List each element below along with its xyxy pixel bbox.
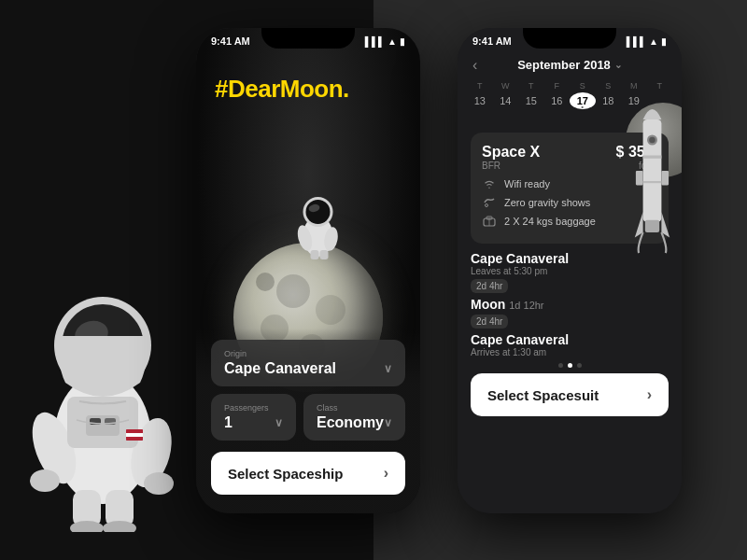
- month-caret: ⌄: [614, 60, 622, 70]
- space-sub: BFR: [482, 161, 540, 171]
- battery-icon: ▮: [400, 36, 405, 47]
- svg-rect-34: [643, 155, 662, 158]
- cal-day-15[interactable]: 15: [518, 92, 544, 109]
- route-cape-canaveral-2: Cape Canaveral Arrives at 1:30 am: [471, 332, 669, 357]
- cal-header-S2: S: [596, 79, 622, 92]
- cal-header-W: W: [493, 79, 519, 92]
- passengers-field[interactable]: Passengers 1 ∨: [211, 394, 296, 441]
- route-sub-1: Leaves at 5:30 pm: [471, 266, 669, 276]
- calendar-headers: T W T F S S M T: [467, 79, 672, 92]
- dots-indicator: [471, 363, 669, 368]
- route-duration-1: 2d 4hr: [471, 279, 508, 293]
- route-name-3: Cape Canaveral: [471, 332, 669, 347]
- route-moon: Moon 1d 12hr 2d 4hr: [471, 297, 669, 329]
- route-section: Cape Canaveral Leaves at 5:30 pm 2d 4hr …: [471, 251, 669, 357]
- battery-icon-r: ▮: [661, 36, 667, 47]
- notch-right: [523, 28, 616, 49]
- space-name-block: Space X BFR: [482, 144, 540, 171]
- svg-point-7: [144, 472, 174, 495]
- signal-icon: ▌▌▌: [365, 36, 385, 47]
- right-header: ‹ September 2018 ⌄: [458, 50, 682, 76]
- select-spacesuit-label: Select Spacesuit: [487, 387, 599, 403]
- spacex-card: Space X BFR $ 35M for 1 Wifi ready: [471, 133, 669, 244]
- origin-label: Origin: [224, 349, 392, 358]
- svg-rect-19: [126, 437, 143, 441]
- svg-rect-17: [126, 429, 143, 433]
- baggage-icon: [482, 214, 497, 229]
- route-duration-2: 2d 4hr: [471, 315, 508, 329]
- feature-wifi-text: Wifi ready: [504, 178, 550, 189]
- origin-chevron: ∨: [384, 362, 392, 375]
- dot-2: [568, 363, 572, 368]
- mini-astronaut: [293, 189, 345, 259]
- month-label: September 2018: [517, 58, 611, 72]
- cal-day-17[interactable]: 17: [570, 92, 596, 109]
- class-value: Economy ∨: [317, 414, 392, 431]
- cal-header-S1: S: [570, 79, 596, 92]
- svg-point-36: [486, 204, 488, 207]
- cal-header-T2: T: [518, 79, 544, 92]
- title-dot: .: [343, 75, 349, 103]
- cal-header-F: F: [544, 79, 571, 92]
- origin-value: Cape Canaveral ∨: [224, 360, 392, 377]
- status-icons-left: ▌▌▌ ▲ ▮: [365, 36, 405, 47]
- rocket-image: [627, 99, 678, 248]
- class-chevron: ∨: [384, 416, 392, 429]
- svg-point-31: [649, 136, 655, 143]
- dot-3: [577, 363, 582, 368]
- space-name: Space X: [482, 144, 540, 161]
- svg-point-22: [306, 200, 331, 224]
- origin-field[interactable]: Origin Cape Canaveral ∨: [211, 340, 405, 386]
- gravity-icon: [482, 195, 497, 210]
- wifi-icon: [482, 176, 497, 191]
- cal-day-16[interactable]: 16: [544, 92, 571, 109]
- month-title: September 2018 ⌄: [517, 58, 622, 72]
- status-time-left: 9:41 AM: [211, 35, 250, 47]
- astronaut-large: [9, 233, 196, 532]
- app-title: #DearMoon.: [215, 75, 349, 104]
- cal-day-18[interactable]: 18: [596, 92, 622, 109]
- passengers-chevron: ∨: [275, 416, 283, 429]
- class-field[interactable]: Class Economy ∨: [303, 394, 405, 441]
- cal-header-T3: T: [647, 79, 673, 92]
- select-spacesuit-button[interactable]: Select Spacesuit ›: [471, 373, 669, 416]
- select-spaceship-chevron: ›: [384, 465, 388, 482]
- wifi-icon-r: ▲: [649, 36, 658, 47]
- passengers-value: 1 ∨: [224, 414, 283, 431]
- svg-rect-29: [645, 219, 659, 231]
- svg-rect-26: [311, 250, 319, 259]
- svg-rect-32: [636, 171, 643, 185]
- class-label: Class: [317, 403, 392, 413]
- cal-day-13[interactable]: 13: [467, 92, 493, 109]
- field-row: Passengers 1 ∨ Class Economy ∨: [211, 394, 405, 448]
- select-spaceship-button[interactable]: Select Spaceship ›: [211, 452, 405, 495]
- svg-rect-35: [643, 181, 662, 183]
- dot-1: [558, 363, 563, 368]
- back-button[interactable]: ‹: [472, 57, 477, 74]
- feature-gravity-text: Zero gravity shows: [504, 197, 590, 208]
- passengers-label: Passengers: [224, 403, 283, 413]
- svg-rect-18: [126, 433, 143, 437]
- svg-rect-27: [320, 250, 329, 259]
- wifi-status-icon: ▲: [388, 36, 397, 47]
- cal-day-14[interactable]: 14: [493, 92, 519, 109]
- signal-icon-r: ▌▌▌: [627, 36, 646, 47]
- phone-bottom-left: Origin Cape Canaveral ∨ Passengers 1 ∨ C…: [196, 329, 420, 513]
- route-sub-3: Arrives at 1:30 am: [471, 347, 669, 357]
- select-spaceship-label: Select Spaceship: [228, 466, 343, 482]
- cal-header-T1: T: [467, 79, 493, 92]
- cal-header-M: M: [621, 79, 647, 92]
- status-icons-right: ▌▌▌ ▲ ▮: [627, 36, 667, 47]
- route-name-2: Moon 1d 12hr: [471, 297, 669, 312]
- svg-rect-33: [661, 171, 669, 185]
- phone-left: 9:41 AM ▌▌▌ ▲ ▮ #DearMoon. Origin Cape: [196, 28, 420, 513]
- status-time-right: 9:41 AM: [472, 35, 512, 47]
- right-content: Space X BFR $ 35M for 1 Wifi ready: [458, 125, 682, 424]
- feature-baggage-text: 2 X 24 kgs baggage: [504, 216, 596, 227]
- select-spacesuit-chevron: ›: [647, 386, 652, 403]
- svg-point-6: [30, 469, 60, 492]
- notch-left: [261, 28, 355, 49]
- phone-right: 9:41 AM ▌▌▌ ▲ ▮ ‹ September 2018 ⌄ T W T…: [458, 28, 682, 513]
